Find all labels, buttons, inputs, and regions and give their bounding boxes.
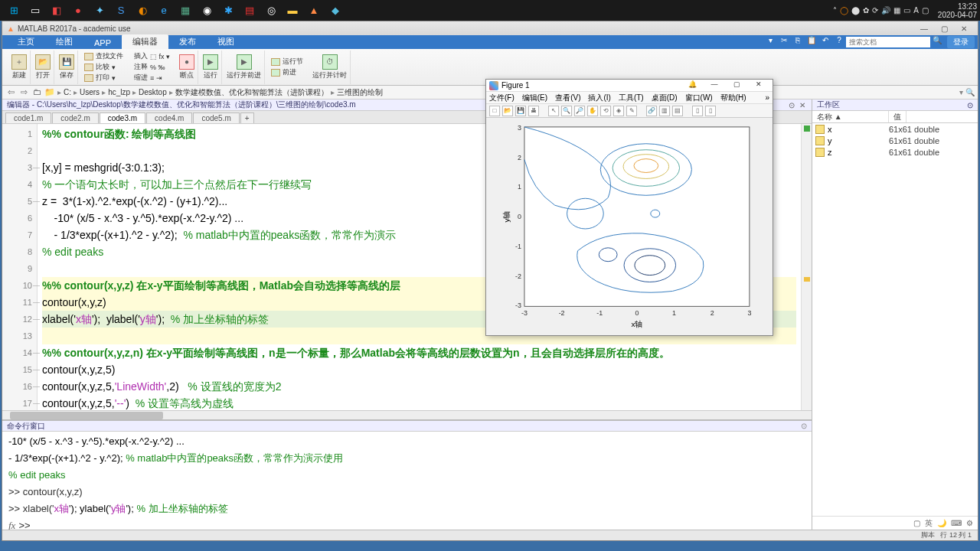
advance-button[interactable]: 前进 bbox=[271, 67, 303, 77]
qat-copy-icon[interactable]: ⎘ bbox=[791, 36, 805, 48]
figure-axes[interactable]: -3 -2 -1 0 1 2 3 -3 -2 -1 0 1 2 3 x轴 y轴 bbox=[486, 118, 773, 335]
code-message-strip[interactable] bbox=[801, 124, 812, 410]
cmd-undock-icon[interactable]: ⊙ bbox=[801, 422, 807, 430]
figtb-zoomout-icon[interactable]: 🔎 bbox=[574, 106, 585, 116]
ws-col-name[interactable]: 名称 ▲ bbox=[812, 111, 889, 122]
ws-var-x[interactable]: x61x61 double bbox=[812, 123, 978, 135]
tray-battery-icon[interactable]: ▭ bbox=[903, 6, 910, 15]
task-view-icon[interactable]: ▭ bbox=[24, 2, 46, 20]
tray-icon-1[interactable]: ◯ bbox=[840, 6, 848, 15]
figmenu-desktop[interactable]: 桌面(D) bbox=[652, 93, 678, 103]
search-icon[interactable]: 🔍 bbox=[930, 36, 944, 48]
qat-cut-icon[interactable]: ✂ bbox=[777, 36, 791, 48]
figure-notif-icon[interactable]: 🔔 bbox=[681, 80, 703, 91]
taskbar-clock[interactable]: 13:23 2020-04-07 bbox=[938, 2, 977, 19]
figtb-zoomin-icon[interactable]: 🔍 bbox=[561, 106, 572, 116]
ribbon-minimize-icon[interactable]: ▾ bbox=[763, 36, 777, 48]
ws-var-y[interactable]: y61x61 double bbox=[812, 135, 978, 146]
tray-chevron-icon[interactable]: ˄ bbox=[833, 6, 837, 15]
runsection-button[interactable]: 运行节 bbox=[271, 57, 303, 67]
close-button[interactable]: ✕ bbox=[955, 23, 973, 34]
nav-up-icon[interactable]: 🗀 bbox=[31, 87, 42, 98]
qat-paste-icon[interactable]: 📋 bbox=[805, 36, 818, 48]
filetab-code5[interactable]: code5.m bbox=[193, 112, 239, 123]
figure-close-button[interactable]: ✕ bbox=[748, 80, 769, 91]
figmenu-view[interactable]: 查看(V) bbox=[555, 93, 580, 103]
runtime-button[interactable]: ⏱运行并计时 bbox=[309, 51, 351, 84]
nav-back-icon[interactable]: ⇦ bbox=[5, 87, 16, 98]
crumb-2[interactable]: hc_lzp bbox=[108, 88, 130, 96]
tab-home[interactable]: 主页 bbox=[7, 34, 45, 49]
nav-folder-icon[interactable]: 📁 bbox=[44, 87, 55, 98]
taskbar-app-3-icon[interactable]: ✦ bbox=[89, 2, 110, 20]
figtb-brush-icon[interactable]: ✎ bbox=[626, 106, 637, 116]
crumb-5[interactable]: 三维图的绘制 bbox=[337, 87, 383, 98]
figtb-save-icon[interactable]: 💾 bbox=[515, 106, 526, 116]
open-button[interactable]: 📂打开 bbox=[32, 51, 54, 84]
ime-moon-icon[interactable]: 🌙 bbox=[937, 519, 946, 527]
filetab-code3[interactable]: code3.m bbox=[100, 112, 145, 123]
figmenu-edit[interactable]: 编辑(E) bbox=[522, 93, 547, 103]
tray-network-icon[interactable]: ▦ bbox=[893, 6, 900, 15]
cmd-text[interactable]: -10* (x/5 - x.^3 - y.^5).*exp(-x.^2-y.^2… bbox=[2, 432, 812, 530]
maximize-button[interactable]: ▢ bbox=[935, 23, 953, 34]
breakpoints-button[interactable]: ●断点 bbox=[176, 51, 198, 84]
filetab-code4[interactable]: code4.m bbox=[146, 112, 192, 123]
indent-button[interactable]: 缩进 ≡ ⇥ bbox=[134, 73, 170, 83]
tab-plots[interactable]: 绘图 bbox=[45, 34, 83, 49]
tab-publish[interactable]: 发布 bbox=[168, 34, 207, 49]
ime-lang[interactable]: 英 bbox=[925, 518, 933, 529]
tab-editor[interactable]: 编辑器 bbox=[122, 34, 168, 49]
figtb-pan-icon[interactable]: ✋ bbox=[587, 106, 598, 116]
tray-action-icon[interactable]: ▢ bbox=[922, 6, 929, 15]
ws-column-headers[interactable]: 名称 ▲ 值 bbox=[812, 111, 978, 123]
taskbar-app-9-icon[interactable]: ✱ bbox=[217, 2, 239, 20]
matlab-icon[interactable]: ▲ bbox=[303, 2, 325, 20]
run-advance-button[interactable]: ▶运行并前进 bbox=[224, 51, 265, 84]
chrome-icon[interactable]: ◉ bbox=[196, 2, 217, 20]
figtb-link-icon[interactable]: 🔗 bbox=[646, 106, 657, 116]
tab-view[interactable]: 视图 bbox=[207, 34, 245, 49]
pdf-icon[interactable]: ▤ bbox=[239, 2, 260, 20]
taskbar-app-11-icon[interactable]: ◎ bbox=[260, 2, 282, 20]
tab-apps[interactable]: APP bbox=[83, 37, 122, 49]
login-button[interactable]: 登录 bbox=[947, 36, 975, 48]
comment-button[interactable]: 注释 % ‰ bbox=[134, 62, 170, 72]
explorer-icon[interactable]: ▬ bbox=[282, 2, 303, 20]
fx-icon[interactable]: fx bbox=[8, 520, 15, 530]
figure-titlebar[interactable]: Figure 1 🔔 — ▢ ✕ bbox=[486, 80, 773, 92]
figmenu-more-icon[interactable]: » bbox=[765, 93, 769, 102]
crumb-1[interactable]: Users bbox=[80, 88, 100, 96]
figtb-pointer-icon[interactable]: ↖ bbox=[548, 106, 559, 116]
figtb-new-icon[interactable]: □ bbox=[489, 106, 500, 116]
qat-undo-icon[interactable]: ↶ bbox=[818, 36, 832, 48]
figmenu-file[interactable]: 文件(F) bbox=[489, 93, 514, 103]
tray-icon-4[interactable]: ⟳ bbox=[872, 6, 878, 15]
editor-hscrollbar[interactable] bbox=[2, 410, 812, 419]
filetab-add[interactable]: + bbox=[240, 112, 254, 123]
filetab-code2[interactable]: code2.m bbox=[52, 112, 98, 123]
nav-fwd-icon[interactable]: ⇨ bbox=[18, 87, 29, 98]
figmenu-insert[interactable]: 插入(I) bbox=[588, 93, 610, 103]
ime-keyboard-icon[interactable]: ⌨ bbox=[951, 519, 962, 527]
editor-close-icon[interactable]: ✕ bbox=[798, 101, 807, 109]
ws-col-value[interactable]: 值 bbox=[889, 111, 906, 122]
figmenu-window[interactable]: 窗口(W) bbox=[685, 93, 713, 103]
editor-dock-icon[interactable]: ⊙ bbox=[787, 101, 796, 109]
tray-volume-icon[interactable]: 🔊 bbox=[881, 6, 890, 15]
figmenu-help[interactable]: 帮助(H) bbox=[720, 93, 746, 103]
taskbar-app-2-icon[interactable]: ● bbox=[67, 2, 89, 20]
figtb-legend-icon[interactable]: ▤ bbox=[672, 106, 683, 116]
start-button[interactable]: ⊞ bbox=[3, 2, 24, 20]
ws-undock-icon[interactable]: ⊙ bbox=[967, 101, 973, 109]
tray-icon-2[interactable]: ⬤ bbox=[851, 6, 860, 15]
ws-var-z[interactable]: z61x61 double bbox=[812, 146, 978, 158]
compare-button[interactable]: 比较 ▾ bbox=[84, 62, 123, 72]
figtb-colorbar-icon[interactable]: ▥ bbox=[659, 106, 670, 116]
tray-icon-3[interactable]: ✿ bbox=[863, 6, 869, 15]
figmenu-tools[interactable]: 工具(T) bbox=[619, 93, 644, 103]
filetab-code1[interactable]: code1.m bbox=[5, 112, 51, 123]
doc-search-input[interactable] bbox=[846, 37, 930, 47]
edge-icon[interactable]: e bbox=[153, 2, 175, 20]
run-button[interactable]: ▶运行 bbox=[200, 51, 222, 84]
